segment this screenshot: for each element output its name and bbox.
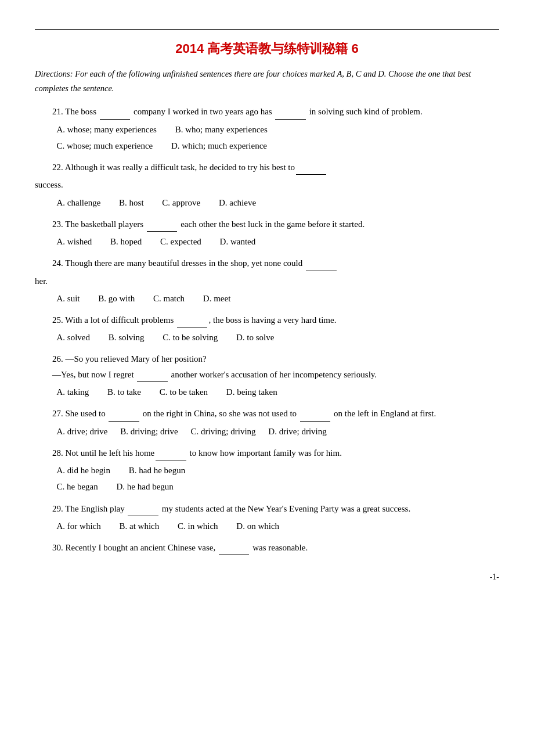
question-21-options-1: A. whose; many experiences B. who; many … — [35, 122, 499, 137]
option-25-c: C. to be solving — [163, 330, 218, 345]
question-21-options-2: C. whose; much experience D. which; much… — [35, 138, 499, 153]
question-26: 26. —So you relieved Mary of her positio… — [35, 351, 499, 400]
option-22-a: A. challenge — [57, 195, 101, 210]
question-26-options-1: A. taking B. to take C. to be taken D. b… — [35, 384, 499, 399]
option-28-b: B. had he begun — [129, 463, 185, 478]
question-28-text: 28. Not until he left his home to know h… — [35, 445, 499, 460]
question-28-options-2: C. he began D. he had begun — [35, 479, 499, 494]
question-22-options-1: A. challenge B. host C. approve D. achie… — [35, 195, 499, 210]
option-23-d: D. wanted — [220, 234, 256, 249]
option-21-c: C. whose; much experience — [57, 138, 153, 153]
question-29-options-1: A. for which B. at which C. in which D. … — [35, 519, 499, 534]
option-29-c: C. in which — [178, 519, 218, 534]
option-26-a: A. taking — [57, 384, 89, 399]
option-28-c: C. he began — [57, 479, 98, 494]
option-28-a: A. did he begin — [57, 463, 110, 478]
option-25-a: A. solved — [57, 330, 91, 345]
option-21-d: D. which; much experience — [171, 138, 267, 153]
option-21-a: A. whose; many experiences — [57, 122, 157, 137]
question-21: 21. The boss company I worked in two yea… — [35, 103, 499, 153]
top-line — [35, 29, 499, 30]
option-22-b: B. host — [119, 195, 144, 210]
directions: Directions: For each of the following un… — [35, 67, 499, 95]
option-26-d: D. being taken — [226, 384, 277, 399]
question-27-text: 27. She used to on the right in China, s… — [35, 405, 499, 421]
option-23-a: A. wished — [57, 234, 92, 249]
question-24-text: 24. Though there are many beautiful dres… — [35, 255, 499, 271]
question-23-text: 23. The basketball players each other th… — [35, 216, 499, 232]
question-29: 29. The English play my students acted a… — [35, 501, 499, 534]
question-28: 28. Not until he left his home to know h… — [35, 445, 499, 495]
question-26-dialogue2: —Yes, but now I regret another worker's … — [35, 366, 499, 382]
question-22-text-cont: success. — [35, 177, 499, 192]
option-21-b: B. who; many experiences — [175, 122, 268, 137]
option-29-d: D. on which — [236, 519, 279, 534]
option-28-d: D. he had begun — [116, 479, 173, 494]
page-title: 2014 高考英语教与练特训秘籍 6 — [35, 40, 499, 57]
question-29-text: 29. The English play my students acted a… — [35, 501, 499, 516]
option-26-b: B. to take — [107, 384, 141, 399]
question-27-options-1: A. drive; drive B. driving; drive C. dri… — [35, 424, 499, 439]
option-29-a: A. for which — [57, 519, 101, 534]
question-22: 22. Although it was really a difficult t… — [35, 159, 499, 210]
option-24-a: A. suit — [57, 291, 80, 306]
question-25-options-1: A. solved B. solving C. to be solving D.… — [35, 330, 499, 345]
option-27-b: B. driving; drive — [120, 424, 178, 439]
option-26-c: C. to be taken — [160, 384, 208, 399]
question-26-dialogue1: 26. —So you relieved Mary of her positio… — [35, 351, 499, 366]
option-24-c: C. match — [153, 291, 185, 306]
question-21-text: 21. The boss company I worked in two yea… — [35, 103, 499, 119]
option-27-d: D. drive; driving — [268, 424, 326, 439]
question-28-options-1: A. did he begin B. had he begun — [35, 463, 499, 478]
question-30: 30. Recently I bought an ancient Chinese… — [35, 539, 499, 555]
question-30-text: 30. Recently I bought an ancient Chinese… — [35, 539, 499, 555]
option-25-d: D. to solve — [236, 330, 274, 345]
question-27: 27. She used to on the right in China, s… — [35, 405, 499, 439]
option-24-d: D. meet — [203, 291, 230, 306]
option-27-c: C. driving; driving — [190, 424, 255, 439]
question-24-text-cont: her. — [35, 273, 499, 289]
option-23-c: C. expected — [160, 234, 201, 249]
question-25-text: 25. With a lot of difficult problems , t… — [35, 312, 499, 327]
option-27-a: A. drive; drive — [57, 424, 108, 439]
page-number: -1- — [35, 573, 499, 582]
option-23-b: B. hoped — [110, 234, 142, 249]
option-22-d: D. achieve — [219, 195, 256, 210]
question-25: 25. With a lot of difficult problems , t… — [35, 312, 499, 345]
option-29-b: B. at which — [119, 519, 159, 534]
question-24-options-1: A. suit B. go with C. match D. meet — [35, 291, 499, 306]
option-25-b: B. solving — [109, 330, 145, 345]
option-24-b: B. go with — [98, 291, 135, 306]
question-24: 24. Though there are many beautiful dres… — [35, 255, 499, 306]
question-22-text: 22. Although it was really a difficult t… — [35, 159, 499, 175]
question-23: 23. The basketball players each other th… — [35, 216, 499, 250]
question-23-options-1: A. wished B. hoped C. expected D. wanted — [35, 234, 499, 249]
option-22-c: C. approve — [162, 195, 200, 210]
